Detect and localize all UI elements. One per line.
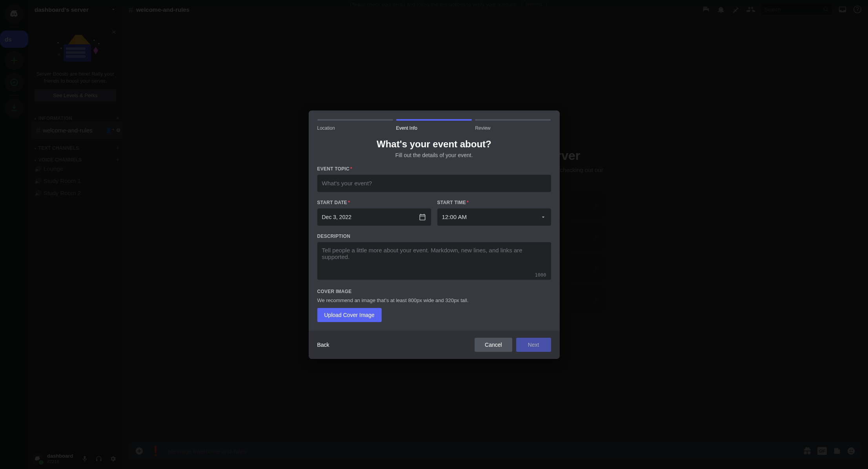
step-label: Location — [317, 125, 393, 131]
cover-image-label: Cover Image — [317, 289, 551, 294]
start-date-label: Start Date* — [317, 200, 431, 205]
event-topic-input[interactable] — [317, 175, 551, 192]
chevron-down-icon — [540, 214, 546, 220]
modal-subtitle: Fill out the details of your event. — [317, 152, 551, 158]
start-time-label: Start Time* — [437, 200, 551, 205]
step-label: Review — [475, 125, 551, 131]
description-textarea[interactable] — [317, 242, 551, 280]
cover-image-hint: We recommend an image that's at least 80… — [317, 297, 551, 303]
start-date-value: Dec 3, 2022 — [322, 214, 352, 220]
step-review[interactable]: Review — [475, 119, 551, 131]
step-label: Event Info — [396, 125, 472, 131]
start-time-value: 12:00 AM — [442, 214, 467, 220]
modal-backdrop[interactable]: Location Event Info Review What's your e… — [0, 0, 868, 469]
cancel-button[interactable]: Cancel — [475, 338, 512, 352]
create-event-modal: Location Event Info Review What's your e… — [309, 110, 560, 359]
back-button[interactable]: Back — [317, 342, 329, 348]
modal-title: What's your event about? — [317, 139, 551, 150]
next-button[interactable]: Next — [516, 338, 551, 352]
calendar-icon — [419, 213, 426, 221]
modal-stepper: Location Event Info Review — [309, 110, 560, 131]
step-event-info[interactable]: Event Info — [396, 119, 472, 131]
upload-cover-button[interactable]: Upload Cover Image — [317, 308, 382, 322]
description-char-counter: 1000 — [535, 272, 546, 278]
start-time-select[interactable]: 12:00 AM — [437, 208, 551, 226]
step-location[interactable]: Location — [317, 119, 393, 131]
description-label: Description — [317, 234, 551, 239]
modal-footer: Back Cancel Next — [309, 331, 560, 359]
start-date-picker[interactable]: Dec 3, 2022 — [317, 208, 431, 226]
event-topic-label: Event Topic* — [317, 166, 551, 172]
